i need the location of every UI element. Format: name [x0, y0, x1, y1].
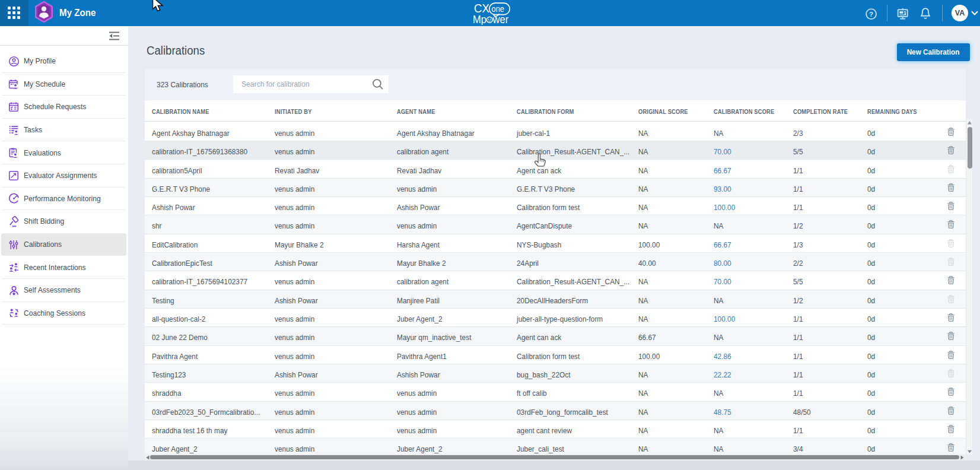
svg-text:CX: CX: [474, 2, 489, 15]
svg-text:?: ?: [869, 11, 873, 18]
svg-text:Mp: Mp: [473, 14, 486, 25]
svg-text:one: one: [492, 4, 504, 14]
svg-text:wer: wer: [492, 14, 509, 25]
